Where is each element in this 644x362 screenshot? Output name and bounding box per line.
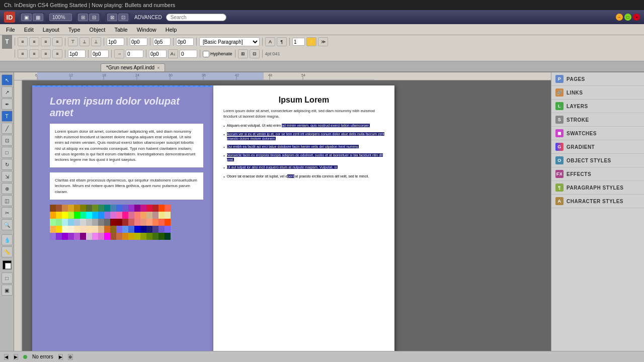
scale-tool[interactable]: ⇲ (2, 171, 13, 182)
menu-type[interactable]: Type (64, 26, 85, 34)
sep11 (65, 50, 65, 58)
arrange-btn-1[interactable]: ⊠ (107, 14, 117, 21)
rect-tool[interactable]: □ (2, 147, 13, 158)
align-justify[interactable]: ≡ (52, 37, 62, 46)
status-bar: ◀ ▶ No errors ▶ ⊕ (0, 351, 644, 362)
layout-btn-1[interactable]: ⊞ (78, 14, 88, 21)
close-button[interactable]: × (633, 14, 640, 21)
measure-tool[interactable]: 📏 (2, 246, 13, 257)
panel-effects[interactable]: fx EFFECTS (551, 167, 644, 181)
color-controls (3, 260, 12, 269)
para-align-2[interactable]: ≡ (29, 49, 39, 58)
canvas-scroll[interactable]: Lorem ipsum dolor volupat amet Lorem ips… (14, 80, 551, 351)
maximize-button[interactable]: □ (624, 14, 631, 21)
align-top[interactable]: ⊤ (68, 37, 78, 46)
para-align-3[interactable]: ≡ (41, 49, 51, 58)
panel-toggle[interactable]: ≫ (318, 37, 328, 46)
char-style-btn[interactable]: A (265, 37, 275, 46)
view-btn-1[interactable]: ▣ (21, 14, 32, 21)
drop-cap[interactable] (149, 50, 167, 58)
pen-tool[interactable]: ✒ (2, 99, 13, 110)
menu-file[interactable]: File (2, 26, 19, 34)
select-tool[interactable]: ↖ (2, 74, 13, 85)
menu-layout[interactable]: Layout (39, 26, 63, 34)
layout-group: ⊞ ⊟ (76, 13, 101, 22)
para-align-1[interactable]: ≡ (18, 49, 28, 58)
lightning-btn[interactable]: ⚡ (306, 37, 316, 46)
panel-paragraph-styles[interactable]: ¶ PARAGRAPH STYLES (551, 181, 644, 195)
fill-color[interactable] (3, 260, 12, 269)
tracking-input[interactable] (130, 38, 147, 46)
dropcap-lines-btn[interactable]: A↓ (168, 49, 178, 58)
leading-input[interactable] (107, 38, 124, 46)
menu-edit[interactable]: Edit (20, 26, 38, 34)
stroke-color[interactable] (5, 263, 11, 269)
menu-object[interactable]: Object (86, 26, 110, 34)
rect-frame-tool[interactable]: ⊡ (2, 135, 13, 146)
line-tool[interactable]: ╱ (2, 123, 13, 134)
panel-swatches[interactable]: ◼ SWATCHES (551, 127, 644, 140)
indent-btn[interactable]: → (114, 49, 124, 58)
direct-select-tool[interactable]: ↗ (2, 86, 13, 98)
zoom-tool[interactable]: 🔍 (2, 219, 13, 230)
panel-stroke[interactable]: S STROKE (551, 113, 644, 127)
bullet-dot-4: • (223, 153, 225, 158)
baseline-input[interactable] (176, 38, 194, 46)
preflight-btn[interactable]: ▶ (58, 354, 63, 360)
eyedropper-tool[interactable]: 💧 (2, 234, 13, 245)
search-input[interactable] (166, 14, 226, 21)
prev-page-btn[interactable]: ◀ (4, 354, 9, 360)
preview-mode-btn[interactable]: ▣ (2, 285, 13, 296)
panel-character-styles[interactable]: A CHARACTER STYLES (551, 195, 644, 208)
align-right[interactable]: ≡ (41, 37, 51, 46)
sep9 (289, 38, 290, 46)
panel-gradient[interactable]: G GRADIENT (551, 140, 644, 154)
canvas-area: 6 12 18 24 30 36 42 48 (14, 72, 551, 351)
grid-btn-1[interactable]: ⊞ (238, 49, 248, 58)
normal-mode-btn[interactable]: □ (2, 273, 13, 284)
panel-object-styles[interactable]: O OBJECT STYLES (551, 154, 644, 167)
gradient-tool[interactable]: ◫ (2, 195, 13, 206)
free-transform-tool[interactable]: ⊕ (2, 183, 13, 194)
space-after[interactable] (91, 50, 109, 58)
rotate-tool[interactable]: ↻ (2, 159, 13, 170)
pages-input[interactable] (292, 38, 305, 46)
hyphenate-checkbox[interactable] (203, 51, 209, 57)
para-align-4[interactable]: ≡ (52, 49, 62, 58)
document-canvas[interactable]: Lorem ipsum dolor volupat amet Lorem ips… (22, 80, 551, 351)
tab-close-icon[interactable]: × (157, 65, 159, 70)
indent-value[interactable] (126, 50, 143, 58)
align-middle[interactable]: ⊥ (79, 37, 90, 46)
space-before[interactable] (68, 50, 86, 58)
kerning-input[interactable] (153, 38, 171, 46)
panel-pages[interactable]: P PAGES (551, 72, 644, 86)
svg-text:54: 54 (301, 73, 305, 77)
effects-label: EFFECTS (567, 171, 591, 177)
arrange-btn-2[interactable]: ⊡ (118, 14, 128, 21)
bullet-highlight-5: Ut aut lutpat lor alisi incil euguero et… (227, 165, 338, 169)
panel-links[interactable]: 🔗 LINKS (551, 86, 644, 100)
paragraph-style-select[interactable]: [Basic Paragraph] (199, 37, 260, 46)
para-style-btn[interactable]: ¶ (277, 37, 287, 46)
menu-window[interactable]: Window (133, 26, 160, 34)
left-body-text-2: Claritas est etiam processus dynamicus, … (55, 178, 197, 194)
grid-btn-2[interactable]: ⊟ (250, 49, 260, 58)
bullet-text-2: Accum ver si ex et venim ip et, cor se t… (227, 132, 384, 141)
align-center[interactable]: ≡ (29, 37, 39, 46)
minimize-button[interactable]: − (616, 14, 623, 21)
dropcap-chars[interactable] (180, 50, 197, 58)
view-btn-2[interactable]: ▦ (33, 14, 43, 21)
type-tool[interactable]: T (2, 111, 13, 122)
layout-btn-2[interactable]: ⊟ (89, 14, 99, 21)
zoom-control[interactable]: 100% (49, 14, 72, 21)
menu-help[interactable]: Help (162, 26, 181, 34)
align-bottom[interactable]: ⊥ (91, 37, 101, 46)
view-toggle-btn[interactable]: ⊕ (68, 354, 73, 360)
scissors-tool[interactable]: ✂ (2, 207, 13, 218)
panel-layers[interactable]: L LAYERS (551, 100, 644, 113)
menu-table[interactable]: Table (110, 26, 131, 34)
next-page-btn[interactable]: ▶ (14, 354, 18, 360)
align-left[interactable]: ≡ (18, 37, 28, 46)
document-tab[interactable]: *Grun news April.indd × (101, 63, 165, 71)
bullet-item-2: • Accum ver si ex et venim ip et, cor se… (223, 132, 384, 141)
